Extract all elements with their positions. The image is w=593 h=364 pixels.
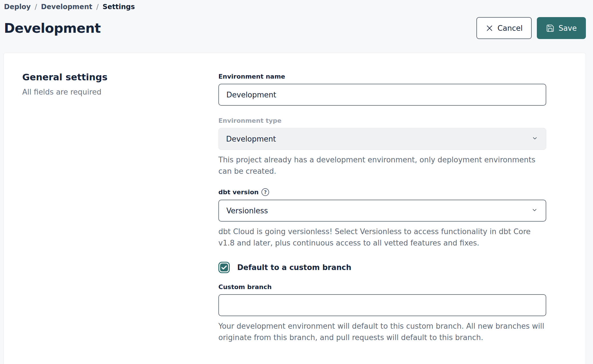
environment-type-help-text: This project already has a development e…: [218, 154, 546, 177]
general-settings-card: General settings All fields are required…: [3, 53, 586, 364]
settings-form: Environment name Environment type Develo…: [218, 73, 546, 355]
save-button[interactable]: Save: [537, 17, 586, 39]
page-title: Development: [4, 21, 101, 36]
title-row: Development Cancel Save: [4, 17, 586, 39]
custom-branch-checkbox-label: Default to a custom branch: [237, 263, 351, 272]
save-button-label: Save: [559, 24, 577, 32]
header-actions: Cancel Save: [476, 17, 586, 39]
breadcrumb-settings: Settings: [103, 3, 135, 11]
breadcrumb-development[interactable]: Development: [41, 3, 92, 11]
custom-branch-checkbox-row[interactable]: Default to a custom branch: [218, 262, 546, 273]
environment-name-group: Environment name: [218, 73, 546, 106]
chevron-down-icon: [531, 134, 539, 144]
environment-type-label: Environment type: [218, 117, 546, 124]
section-header: General settings All fields are required: [22, 72, 199, 96]
custom-branch-help-text: Your development environment will defaul…: [218, 320, 546, 343]
breadcrumb: Deploy / Development / Settings: [4, 3, 586, 11]
dbt-version-group: dbt version ? Versionless dbt Cloud is g…: [218, 188, 546, 249]
environment-type-group: Environment type Development This projec…: [218, 117, 546, 177]
environment-type-value: Development: [226, 135, 276, 143]
breadcrumb-separator: /: [96, 3, 99, 11]
breadcrumb-separator: /: [35, 3, 37, 11]
section-subtitle: All fields are required: [22, 88, 199, 96]
environment-type-select: Development: [218, 128, 546, 150]
save-floppy-icon: [546, 24, 555, 32]
cancel-button-label: Cancel: [497, 24, 523, 32]
cancel-button[interactable]: Cancel: [476, 17, 532, 39]
custom-branch-input[interactable]: [218, 294, 546, 316]
custom-branch-checkbox[interactable]: [218, 262, 230, 273]
topbar: Deploy / Development / Settings Developm…: [0, 0, 593, 39]
dbt-version-label-text: dbt version: [218, 189, 259, 196]
close-icon: [486, 24, 494, 32]
dbt-version-label: dbt version ?: [218, 188, 546, 196]
dbt-version-help-text: dbt Cloud is going versionless! Select V…: [218, 226, 546, 249]
section-title: General settings: [22, 72, 199, 83]
help-question-icon[interactable]: ?: [261, 188, 269, 196]
environment-name-input[interactable]: [218, 84, 546, 106]
environment-name-label: Environment name: [218, 73, 546, 80]
breadcrumb-deploy[interactable]: Deploy: [4, 3, 31, 11]
custom-branch-group: Custom branch Your development environme…: [218, 283, 546, 343]
checkmark-icon: [220, 263, 228, 271]
custom-branch-label: Custom branch: [218, 283, 546, 291]
dbt-version-select[interactable]: Versionless: [218, 200, 546, 222]
dbt-version-value: Versionless: [226, 206, 268, 215]
chevron-down-icon: [531, 206, 538, 215]
